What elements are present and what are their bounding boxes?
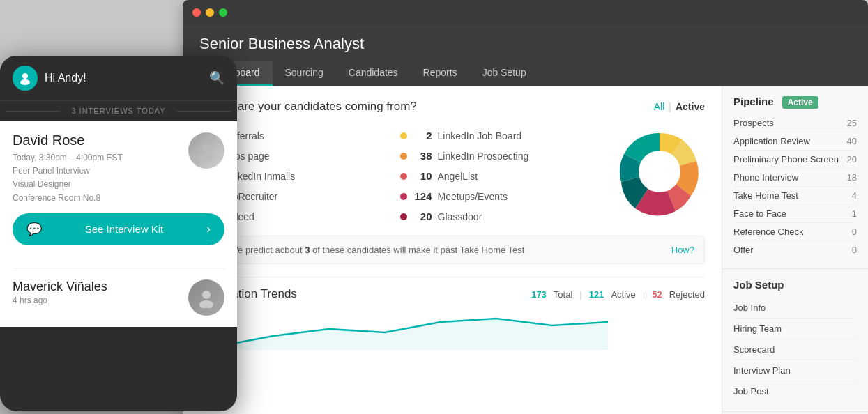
active-label: Active — [611, 289, 635, 300]
browser-window: Senior Business Analyst Dashboard Sourci… — [183, 0, 868, 414]
avatar-person-icon — [196, 140, 217, 161]
rejected-label: Rejected — [669, 289, 705, 300]
tab-reports[interactable]: Reports — [411, 61, 470, 86]
pipeline-row-prospects[interactable]: Prospects 25 — [733, 114, 857, 132]
mobile-body: David Rose Today, 3:30pm – 4:00pm EST Pe… — [0, 121, 237, 327]
pipeline-section: Pipeline Active Prospects 25 Application… — [722, 86, 868, 269]
tab-candidates[interactable]: Candidates — [336, 61, 411, 86]
svg-point-2 — [22, 73, 28, 79]
job-setup-row-job-post[interactable]: Job Post — [733, 381, 857, 401]
mobile-avatar — [13, 66, 38, 91]
prediction-bar: ⚡ We predict acbout 3 of these candidate… — [199, 236, 705, 264]
tab-sourcing[interactable]: Sourcing — [273, 61, 336, 86]
svg-point-6 — [202, 291, 211, 299]
user-icon — [18, 71, 32, 85]
list-item: 38 LinkedIn Prospecting — [400, 146, 601, 165]
main-content: Where are your candidates coming from? A… — [183, 86, 868, 414]
candidate-details-1: Today, 3:30pm – 4:00pm EST Peer Panel In… — [13, 151, 123, 205]
job-setup-row-interview-plan[interactable]: Interview Plan — [733, 360, 857, 381]
avatar-person-2-icon — [196, 287, 217, 308]
svg-point-5 — [199, 153, 213, 161]
sources-area: 4 Referrals 38 Jobs page 10 LinkedIn Inm… — [199, 126, 705, 226]
see-interview-kit-button[interactable]: 💬 See Interview Kit › — [13, 213, 224, 245]
active-count: 121 — [589, 289, 604, 300]
dot-glassdoor — [400, 213, 407, 220]
mobile-header: Hi Andy! 🔍 — [0, 56, 237, 100]
list-item: 124 Meetups/Events — [400, 187, 601, 206]
donut-svg — [614, 126, 705, 217]
candidate-name-2: Maverick Viñales — [13, 279, 107, 294]
job-setup-title: Job Setup — [733, 279, 857, 291]
traffic-light-green[interactable] — [219, 8, 227, 17]
mobile-device: Hi Andy! 🔍 3 INTERVIEWS TODAY David Rose… — [0, 56, 237, 411]
app-header: Senior Business Analyst Dashboard Sourci… — [183, 25, 868, 86]
filter-all[interactable]: All — [654, 101, 665, 112]
rejected-count: 52 — [652, 289, 662, 300]
trends-chart: 100 80 — [199, 308, 705, 350]
list-item: 10 AngelList — [400, 167, 601, 185]
chevron-right-icon: › — [206, 222, 211, 236]
sources-list: 4 Referrals 38 Jobs page 10 LinkedIn Inm… — [199, 126, 600, 226]
tab-job-setup[interactable]: Job Setup — [470, 61, 539, 86]
pipeline-row-phone-interview[interactable]: Phone Interview 18 — [733, 169, 857, 187]
candidate-card-2: Maverick Viñales 4 hrs ago — [13, 279, 224, 316]
candidate-header-row: David Rose Today, 3:30pm – 4:00pm EST Pe… — [13, 132, 224, 205]
pipeline-row-take-home[interactable]: Take Home Test 4 — [733, 187, 857, 205]
dot-meetups — [400, 193, 407, 200]
filter-links: All | Active — [654, 101, 705, 112]
trends-stats: 173 Total | 121 Active | 52 Rejected — [531, 289, 705, 300]
svg-point-0 — [639, 151, 680, 192]
job-setup-row-team[interactable]: Hiring Team — [733, 319, 857, 339]
candidate-2-info: Maverick Viñales 4 hrs ago — [13, 279, 107, 305]
candidate-avatar-1 — [188, 132, 224, 169]
prediction-how-link[interactable]: How? — [671, 245, 694, 255]
candidate-name-1: David Rose — [13, 132, 123, 148]
dot-linkedin-job-board — [400, 132, 407, 139]
btn-label: See Interview Kit — [85, 223, 164, 235]
active-badge: Active — [782, 96, 818, 109]
pipeline-row-app-review[interactable]: Application Review 40 — [733, 132, 857, 151]
total-label: Total — [554, 289, 572, 300]
mobile-user-area: Hi Andy! — [13, 66, 86, 91]
nav-tabs: Dashboard Sourcing Candidates Reports Jo… — [199, 61, 851, 86]
job-setup-section: Job Setup Job Info Hiring Team Scorecard… — [722, 269, 868, 412]
dot-linkedin-prospecting — [400, 153, 407, 160]
filter-active[interactable]: Active — [676, 101, 705, 112]
dot-angellist — [400, 173, 407, 180]
trends-section: Application Trends 173 Total | 121 Activ… — [199, 277, 705, 350]
prediction-text: We predict acbout 3 of these candidates … — [229, 245, 524, 255]
traffic-light-yellow[interactable] — [206, 8, 214, 17]
job-setup-row-info[interactable]: Job Info — [733, 298, 857, 319]
traffic-light-red[interactable] — [192, 8, 201, 17]
list-item: 20 Glassdoor — [400, 207, 601, 226]
candidate-divider — [13, 268, 224, 268]
page-title: Senior Business Analyst — [199, 35, 851, 53]
right-sidebar: Pipeline Active Prospects 25 Application… — [722, 86, 868, 414]
job-setup-row-scorecard[interactable]: Scorecard — [733, 339, 857, 360]
svg-marker-1 — [218, 319, 608, 350]
mobile-search-icon[interactable]: 🔍 — [209, 70, 224, 86]
sources-col-right: 2 LinkedIn Job Board 38 LinkedIn Prospec… — [400, 126, 601, 226]
candidate-info-block: David Rose Today, 3:30pm – 4:00pm EST Pe… — [13, 132, 123, 205]
svg-point-4 — [202, 144, 211, 152]
candidate-time-2: 4 hrs ago — [13, 296, 107, 305]
candidate-card-1: David Rose Today, 3:30pm – 4:00pm EST Pe… — [13, 132, 224, 256]
mobile-greeting: Hi Andy! — [45, 72, 86, 84]
chat-icon: 💬 — [26, 222, 42, 237]
svg-point-7 — [199, 300, 213, 308]
browser-titlebar — [183, 0, 868, 25]
trend-svg — [218, 308, 705, 350]
trend-line-area — [218, 308, 705, 350]
pipeline-row-offer[interactable]: Offer 0 — [733, 241, 857, 259]
trends-header: Application Trends 173 Total | 121 Activ… — [199, 287, 705, 301]
pipeline-row-reference[interactable]: Reference Check 0 — [733, 223, 857, 241]
candidate-2-header: Maverick Viñales 4 hrs ago — [13, 279, 224, 316]
total-count: 173 — [531, 289, 547, 300]
pipeline-row-phone-screen[interactable]: Preliminary Phone Screen 20 — [733, 151, 857, 169]
sources-section-header: Where are your candidates coming from? A… — [199, 100, 705, 114]
interviews-today-label: 3 INTERVIEWS TODAY — [0, 100, 237, 121]
center-panel: Where are your candidates coming from? A… — [183, 86, 722, 414]
pipeline-row-face-to-face[interactable]: Face to Face 1 — [733, 205, 857, 223]
svg-point-3 — [20, 79, 30, 85]
list-item: 2 LinkedIn Job Board — [400, 126, 601, 145]
